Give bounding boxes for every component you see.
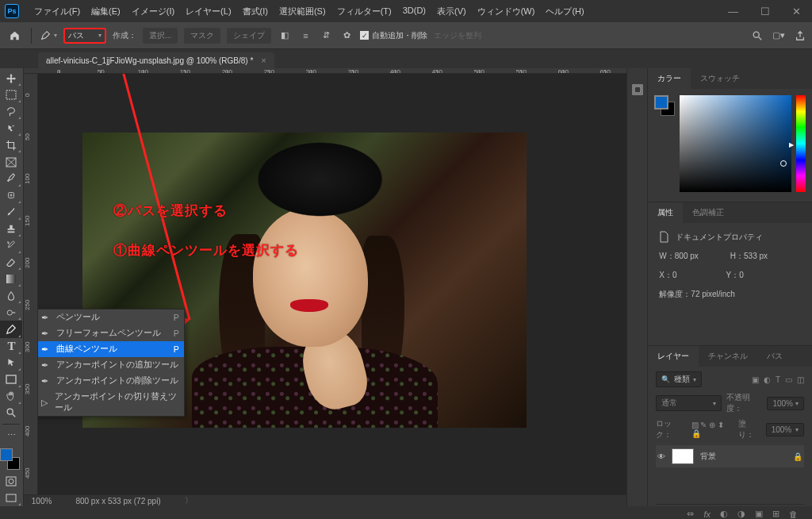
arrange-icon[interactable]: ⇵ [319, 29, 333, 43]
color-swatch-pair[interactable] [654, 95, 675, 116]
zoom-level[interactable]: 100% [32, 497, 52, 506]
rectangle-tool[interactable] [0, 371, 22, 388]
opacity-input[interactable]: 100%▾ [767, 397, 804, 410]
tab-paths[interactable]: パス [757, 346, 792, 367]
flyout-freeform-pen-tool[interactable]: ✒フリーフォームペンツールP [38, 325, 184, 341]
dodge-tool[interactable] [0, 304, 22, 321]
make-mask-button[interactable]: マスク [184, 28, 220, 44]
close-button[interactable]: ✕ [786, 2, 807, 21]
layer-filter-dropdown[interactable]: 🔍種類▾ [656, 371, 702, 387]
minimize-button[interactable]: — [722, 2, 745, 21]
align-edges-label: エッジを整列 [434, 30, 481, 41]
flyout-pen-tool[interactable]: ✒ペンツールP [38, 309, 184, 325]
frame-tool[interactable] [0, 153, 22, 170]
brush-tool[interactable] [0, 204, 22, 221]
color-field[interactable]: ▶ [680, 95, 791, 192]
quick-select-tool[interactable] [0, 120, 22, 136]
flyout-curvature-pen-tool[interactable]: ✒曲線ペンツールP [38, 341, 184, 357]
screenmode-icon[interactable] [0, 490, 22, 506]
menu-help[interactable]: ヘルプ(H) [540, 2, 589, 21]
path-select-tool[interactable] [0, 355, 22, 371]
fill-input[interactable]: 100%▾ [766, 423, 804, 436]
viewport[interactable]: ②パスを選択する ①曲線ペンツールを選択する ✒ペンツールP ✒フリーフォームペ… [38, 74, 626, 494]
auto-add-checkbox[interactable]: ✓自動追加・削除 [360, 30, 427, 41]
menu-3d[interactable]: 3D(D) [397, 2, 431, 21]
tool-mode-dropdown[interactable]: パス▾ [63, 28, 106, 44]
quickmask-icon[interactable] [0, 473, 22, 490]
edit-toolbar-icon[interactable]: ⋯ [0, 427, 22, 444]
make-shape-button[interactable]: シェイプ [227, 28, 271, 44]
close-tab-icon[interactable]: × [261, 56, 266, 65]
zoom-tool[interactable] [0, 405, 22, 421]
layer-background[interactable]: 👁 背景 🔒 [656, 445, 804, 467]
visibility-icon[interactable]: 👁 [657, 452, 665, 461]
color-swatches-toolbar[interactable] [0, 448, 22, 470]
flyout-add-anchor-tool[interactable]: ✒アンカーポイントの追加ツール [38, 357, 184, 373]
menu-edit[interactable]: 編集(E) [86, 2, 126, 21]
align-icon[interactable]: ≡ [298, 29, 312, 43]
mask-icon[interactable]: ◐ [720, 509, 728, 519]
lock-icons[interactable]: ▨ ✎ ⊕ ⬍ 🔒 [691, 421, 734, 438]
gradient-tool[interactable] [0, 271, 22, 287]
marquee-tool[interactable] [0, 86, 22, 103]
layers-footer: ⇔ fx ◐ ◑ ▣ ⊞ 🗑 [656, 504, 804, 519]
eraser-tool[interactable] [0, 254, 22, 271]
menu-window[interactable]: ウィンドウ(W) [472, 2, 541, 21]
fx-icon[interactable]: fx [703, 509, 710, 519]
window-controls: — ☐ ✕ [722, 2, 807, 21]
crop-tool[interactable] [0, 136, 22, 153]
heal-tool[interactable] [0, 187, 22, 204]
hue-slider[interactable] [796, 95, 806, 192]
link-layers-icon[interactable]: ⇔ [687, 509, 694, 519]
canvas-area: 050100150200250300350400450500550600650 … [24, 68, 626, 506]
home-button[interactable] [6, 28, 22, 44]
document-tabs: allef-vinicius-C_1jjFJioWg-unsplash.jpg … [0, 49, 812, 68]
hand-tool[interactable] [0, 388, 22, 405]
blur-tool[interactable] [0, 287, 22, 304]
tab-channels[interactable]: チャンネル [699, 346, 757, 367]
menu-type[interactable]: 書式(I) [237, 2, 274, 21]
tab-swatches[interactable]: スウォッチ [691, 68, 749, 89]
flyout-delete-anchor-tool[interactable]: ✒アンカーポイントの削除ツール [38, 373, 184, 389]
menu-view[interactable]: 表示(V) [431, 2, 472, 21]
flyout-convert-anchor-tool[interactable]: ▷アンカーポイントの切り替えツール [38, 389, 184, 416]
pen-tool[interactable] [0, 321, 22, 337]
menu-image[interactable]: イメージ(I) [126, 2, 180, 21]
maximize-button[interactable]: ☐ [754, 2, 776, 21]
menu-file[interactable]: ファイル(F) [29, 2, 86, 21]
tab-color[interactable]: カラー [648, 68, 691, 89]
prop-x: X：0 [659, 270, 676, 281]
lasso-tool[interactable] [0, 103, 22, 120]
eyedropper-tool[interactable] [0, 171, 22, 187]
layers-panel: レイヤー チャンネル パス 🔍種類▾ ▣◐T▭◫ 通常▾ 不透明度： 100%▾… [648, 346, 812, 519]
gear-icon[interactable]: ✿ [339, 29, 354, 43]
lock-icon[interactable]: 🔒 [793, 452, 802, 461]
layer-filter-icons[interactable]: ▣◐T▭◫ [752, 375, 804, 384]
frame-icon[interactable]: ▢▾ [772, 30, 785, 41]
new-layer-icon[interactable]: ⊞ [772, 509, 779, 519]
menu-layer[interactable]: レイヤー(L) [180, 2, 236, 21]
document-tab[interactable]: allef-vinicius-C_1jjFJioWg-unsplash.jpg … [38, 52, 274, 68]
group-icon[interactable]: ▣ [755, 509, 763, 519]
document-properties-label: ドキュメントプロパティ [659, 231, 801, 243]
path-ops-icon[interactable]: ◧ [278, 29, 292, 43]
collapsed-history-icon[interactable] [629, 81, 646, 98]
doc-info[interactable]: 800 px x 533 px (72 ppi) [75, 497, 160, 506]
tool-preset[interactable]: ▾ [40, 30, 57, 40]
menu-select[interactable]: 選択範囲(S) [274, 2, 331, 21]
share-icon[interactable] [795, 30, 806, 41]
search-icon[interactable] [752, 30, 763, 41]
stamp-tool[interactable] [0, 221, 22, 237]
tab-properties[interactable]: 属性 [648, 202, 683, 223]
menu-filter[interactable]: フィルター(T) [331, 2, 397, 21]
tab-adjustments[interactable]: 色調補正 [683, 202, 733, 223]
fill-adj-icon[interactable]: ◑ [737, 509, 745, 519]
delete-icon[interactable]: 🗑 [789, 509, 798, 519]
history-brush-tool[interactable] [0, 237, 22, 254]
make-selection-button[interactable]: 選択... [143, 28, 178, 44]
move-tool[interactable] [0, 70, 22, 86]
tab-layers[interactable]: レイヤー [648, 346, 699, 367]
type-tool[interactable]: T [0, 338, 22, 355]
status-bar: 100% 800 px x 533 px (72 ppi) 〉 [24, 494, 626, 506]
blend-mode-dropdown[interactable]: 通常▾ [656, 395, 722, 411]
